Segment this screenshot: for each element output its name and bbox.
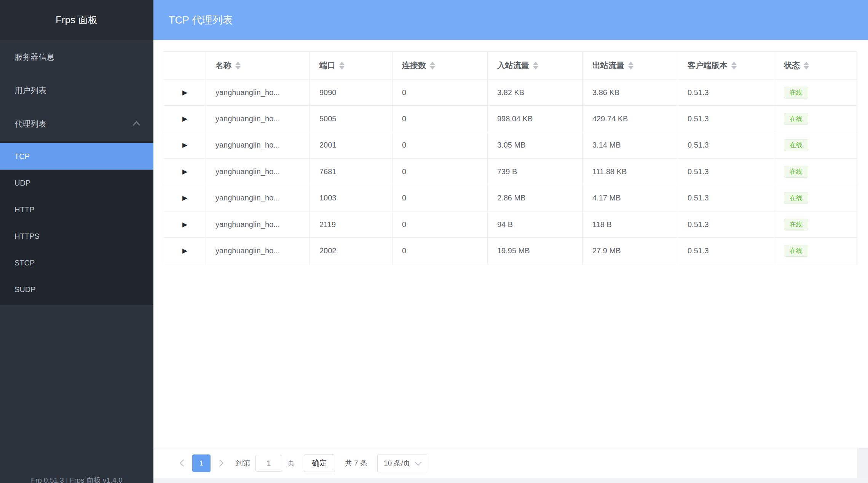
pagination-bar: 1 到第 页 确定 共 7 条 10 条/页 <box>153 448 868 478</box>
sort-caret-icon[interactable] <box>731 62 737 70</box>
version-cell: 0.51.3 <box>678 211 774 238</box>
chevron-down-icon <box>415 459 421 466</box>
status-cell: 在线 <box>774 211 857 238</box>
traffic-out-cell: 27.9 MB <box>583 238 678 264</box>
connections-cell: 0 <box>393 238 488 264</box>
name-cell: yanghuanglin_ho... <box>206 132 310 159</box>
column-header-5[interactable]: 出站流量 <box>583 52 678 79</box>
sort-caret-icon[interactable] <box>235 62 241 70</box>
next-page-button[interactable] <box>212 454 227 472</box>
traffic-out-cell: 3.86 KB <box>583 79 678 106</box>
column-header-7[interactable]: 状态 <box>774 52 857 79</box>
table-row: ▶yanghuanglin_ho...2119094 B118 B0.51.3在… <box>164 211 857 238</box>
page-size-value: 10 条/页 <box>384 458 410 468</box>
table-row: ▶yanghuanglin_ho...100302.86 MB4.17 MB0.… <box>164 185 857 211</box>
connections-cell: 0 <box>393 159 488 185</box>
traffic-out-cell: 429.74 KB <box>583 106 678 132</box>
column-header-label: 出站流量 <box>592 60 624 71</box>
confirm-button[interactable]: 确定 <box>304 454 335 472</box>
port-cell: 2002 <box>310 238 393 264</box>
row-expand-arrow-icon[interactable]: ▶ <box>182 142 187 148</box>
column-header-1[interactable]: 名称 <box>206 52 310 79</box>
sidebar-item-label: 服务器信息 <box>14 52 54 62</box>
connections-cell: 0 <box>393 132 488 159</box>
page-number-button[interactable]: 1 <box>192 454 211 472</box>
sort-caret-icon[interactable] <box>533 62 538 70</box>
sidebar-item-sudp[interactable]: SUDP <box>0 276 153 303</box>
sidebar-item-label: HTTPS <box>14 232 40 241</box>
port-cell: 2001 <box>310 132 393 159</box>
sidebar-item-udp[interactable]: UDP <box>0 170 153 196</box>
port-cell: 7681 <box>310 159 393 185</box>
chevron-left-icon <box>180 459 187 466</box>
version-cell: 0.51.3 <box>678 238 774 264</box>
sidebar-item-stcp[interactable]: STCP <box>0 249 153 276</box>
status-badge: 在线 <box>784 245 808 257</box>
connections-cell: 0 <box>393 211 488 238</box>
port-cell: 2119 <box>310 211 393 238</box>
content-area: 名称端口连接数入站流量出站流量客户端版本状态 ▶yanghuanglin_ho.… <box>153 40 868 483</box>
column-header-label: 端口 <box>319 60 335 71</box>
proxy-table: 名称端口连接数入站流量出站流量客户端版本状态 ▶yanghuanglin_ho.… <box>164 51 857 264</box>
table-row: ▶yanghuanglin_ho...200103.05 MB3.14 MB0.… <box>164 132 857 159</box>
connections-cell: 0 <box>393 79 488 106</box>
page-jump-input[interactable] <box>255 455 282 472</box>
column-header-4[interactable]: 入站流量 <box>488 52 583 79</box>
sidebar-item-tcp[interactable]: TCP <box>0 143 153 170</box>
expand-cell: ▶ <box>164 132 206 159</box>
port-cell: 1003 <box>310 185 393 211</box>
status-cell: 在线 <box>774 185 857 211</box>
row-expand-arrow-icon[interactable]: ▶ <box>182 248 187 254</box>
row-expand-arrow-icon[interactable]: ▶ <box>182 168 187 175</box>
page-size-select[interactable]: 10 条/页 <box>377 454 427 472</box>
sidebar-item-http[interactable]: HTTP <box>0 196 153 223</box>
version-cell: 0.51.3 <box>678 106 774 132</box>
name-cell: yanghuanglin_ho... <box>206 106 310 132</box>
sort-caret-icon[interactable] <box>339 62 345 70</box>
sidebar-item-label: UDP <box>14 179 30 187</box>
name-cell: yanghuanglin_ho... <box>206 185 310 211</box>
sidebar-item-user-list[interactable]: 用户列表 <box>0 74 153 107</box>
sidebar: Frps 面板 服务器信息 用户列表 代理列表 TCP UDP HTTP <box>0 0 153 483</box>
column-header-2[interactable]: 端口 <box>310 52 393 79</box>
sort-caret-icon[interactable] <box>430 62 435 70</box>
version-cell: 0.51.3 <box>678 79 774 106</box>
name-cell: yanghuanglin_ho... <box>206 238 310 264</box>
main-area: TCP 代理列表 名称端口连接数入站流量出站流量客户端版本状态 ▶yanghua… <box>153 0 868 483</box>
version-cell: 0.51.3 <box>678 159 774 185</box>
status-badge: 在线 <box>784 139 808 151</box>
status-badge: 在线 <box>784 192 808 204</box>
table-row: ▶yanghuanglin_ho...50050998.04 KB429.74 … <box>164 106 857 132</box>
sidebar-item-label: HTTP <box>14 205 34 214</box>
traffic-in-cell: 94 B <box>488 211 583 238</box>
column-header-expand <box>164 52 206 79</box>
sort-caret-icon[interactable] <box>628 62 633 70</box>
status-badge: 在线 <box>784 219 808 230</box>
row-expand-arrow-icon[interactable]: ▶ <box>182 89 187 96</box>
sidebar-item-https[interactable]: HTTPS <box>0 223 153 249</box>
sidebar-item-label: SUDP <box>14 285 36 294</box>
column-header-label: 入站流量 <box>497 60 529 71</box>
column-header-label: 名称 <box>215 60 231 71</box>
page-background-strip <box>153 478 868 483</box>
prev-page-button[interactable] <box>176 454 191 472</box>
sort-caret-icon[interactable] <box>804 62 809 70</box>
row-expand-arrow-icon[interactable]: ▶ <box>182 195 187 201</box>
status-badge: 在线 <box>784 166 808 178</box>
row-expand-arrow-icon[interactable]: ▶ <box>182 221 187 228</box>
sidebar-item-server-info[interactable]: 服务器信息 <box>0 40 153 74</box>
column-header-6[interactable]: 客户端版本 <box>678 52 774 79</box>
traffic-in-cell: 2.86 MB <box>488 185 583 211</box>
column-header-3[interactable]: 连接数 <box>393 52 488 79</box>
app-title: Frps 面板 <box>0 0 153 40</box>
sidebar-item-label: TCP <box>14 152 30 161</box>
sidebar-item-proxy-list[interactable]: 代理列表 <box>0 107 153 141</box>
sidebar-item-label: 代理列表 <box>14 119 46 129</box>
traffic-out-cell: 3.14 MB <box>583 132 678 159</box>
sidebar-menu: 服务器信息 用户列表 代理列表 TCP UDP HTTP H <box>0 40 153 305</box>
version-cell: 0.51.3 <box>678 132 774 159</box>
row-expand-arrow-icon[interactable]: ▶ <box>182 116 187 122</box>
expand-cell: ▶ <box>164 106 206 132</box>
expand-cell: ▶ <box>164 211 206 238</box>
sidebar-item-label: 用户列表 <box>14 85 46 96</box>
